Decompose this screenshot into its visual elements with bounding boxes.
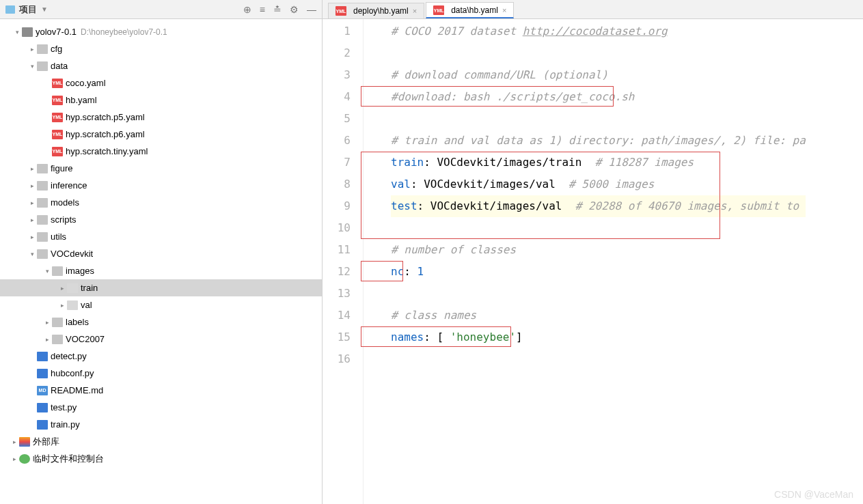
code-area[interactable]: # COCO 2017 dataset http://cocodataset.o…	[364, 19, 806, 504]
yaml-icon: YML	[52, 96, 63, 105]
tree-label: 外部库	[33, 436, 59, 448]
folder-icon	[37, 232, 48, 242]
chevron-right-icon[interactable]: ▸	[27, 165, 37, 172]
tree-row[interactable]: ▸YMLhb.yaml	[0, 92, 322, 109]
chevron-right-icon[interactable]: ▸	[42, 336, 52, 343]
tree-row[interactable]: ▸labels	[0, 313, 322, 331]
chevron-right-icon[interactable]: ▸	[42, 319, 52, 326]
collapse-icon[interactable]: ≛	[273, 4, 282, 15]
project-sidebar: 项目 ▼ ⊕ ≡ ≛ ⚙ — ▾yolov7-0.1D:\honeybee\yo…	[0, 0, 323, 504]
tree-row[interactable]: ▸外部库	[0, 433, 322, 450]
close-icon[interactable]: ×	[502, 6, 506, 14]
chevron-right-icon[interactable]: ▸	[27, 46, 37, 53]
code-line[interactable]: #download: bash ./scripts/get_coco.sh	[391, 86, 806, 108]
tree-label: coco.yaml	[66, 78, 106, 88]
code-line[interactable]	[391, 283, 806, 305]
code-line[interactable]	[391, 217, 806, 239]
code-line[interactable]: # download command/URL (optional)	[391, 64, 806, 86]
tree-row[interactable]: ▸YMLhyp.scratch.tiny.yaml	[0, 143, 322, 160]
tree-row[interactable]: ▸cfg	[0, 40, 322, 57]
code-line[interactable]	[391, 108, 806, 130]
line-number: 5	[323, 108, 351, 130]
code-line[interactable]: val: VOCdevkit/images/val # 5000 images	[391, 173, 806, 195]
code-line[interactable]: test: VOCdevkit/images/val # 20288 of 40…	[391, 195, 806, 217]
folder-icon	[52, 266, 63, 276]
line-number: 10	[323, 217, 351, 239]
chevron-right-icon[interactable]: ▸	[57, 302, 67, 309]
expand-icon[interactable]: ≡	[260, 4, 265, 15]
tree-row[interactable]: ▸val	[0, 296, 322, 313]
code-line[interactable]: # class names	[391, 305, 806, 326]
code-line[interactable]: # number of classes	[391, 239, 806, 261]
tree-label: scripts	[51, 214, 77, 225]
tree-row[interactable]: ▸YMLhyp.scratch.p5.yaml	[0, 109, 322, 126]
code-line[interactable]: # COCO 2017 dataset http://cocodataset.o…	[391, 20, 806, 42]
chevron-right-icon[interactable]: ▸	[27, 216, 37, 223]
tree-row[interactable]: ▸scripts	[0, 211, 322, 228]
chevron-down-icon[interactable]: ▾	[27, 63, 37, 70]
code-line[interactable]: names: [ 'honeybee']	[391, 326, 806, 348]
close-icon[interactable]: ×	[413, 7, 417, 15]
project-title: 项目	[19, 3, 37, 16]
gear-icon[interactable]: ⚙	[290, 4, 299, 15]
chevron-right-icon[interactable]: ▸	[27, 199, 37, 206]
tree-label: detect.py	[51, 351, 87, 361]
py-icon	[37, 403, 48, 412]
chevron-down-icon[interactable]: ▾	[42, 268, 52, 275]
tree-row[interactable]: ▸hubconf.py	[0, 365, 322, 382]
tree-label: val	[81, 300, 92, 310]
chevron-right-icon[interactable]: ▸	[27, 182, 37, 189]
code-line[interactable]	[391, 348, 806, 370]
hide-icon[interactable]: —	[307, 4, 316, 15]
editor-tabs: YMLdeploy\hb.yaml×YMLdata\hb.yaml×	[323, 0, 863, 19]
tree-row[interactable]: ▸MDREADME.md	[0, 382, 322, 399]
line-gutter: 12345678910111213141516	[323, 19, 364, 504]
file-tree[interactable]: ▾yolov7-0.1D:\honeybee\yolov7-0.1▸cfg▾da…	[0, 19, 322, 504]
tree-row[interactable]: ▸test.py	[0, 399, 322, 416]
code-line[interactable]: train: VOCdevkit/images/train # 118287 i…	[391, 152, 806, 173]
tree-row[interactable]: ▾images	[0, 262, 322, 279]
editor-tab[interactable]: YMLdata\hb.yaml×	[426, 2, 514, 18]
locate-icon[interactable]: ⊕	[243, 4, 251, 15]
tree-row[interactable]: ▸VOC2007	[0, 331, 322, 348]
project-header: 项目 ▼ ⊕ ≡ ≛ ⚙ —	[0, 0, 322, 19]
tree-row[interactable]: ▸YMLhyp.scratch.p6.yaml	[0, 126, 322, 143]
chevron-down-icon[interactable]: ▾	[12, 29, 22, 36]
code-line[interactable]: # train and val data as 1) directory: pa…	[391, 130, 806, 152]
chevron-right-icon[interactable]: ▸	[10, 438, 19, 445]
project-icon	[5, 5, 15, 14]
tree-label: test.py	[51, 402, 77, 412]
chevron-right-icon[interactable]: ▸	[27, 234, 37, 240]
tree-label: hubconf.py	[51, 368, 94, 378]
code-line[interactable]	[391, 42, 806, 64]
tree-row[interactable]: ▸figure	[0, 160, 322, 177]
tree-row[interactable]: ▸train.py	[0, 416, 322, 433]
code-line[interactable]: nc: 1	[391, 261, 806, 283]
tree-label: hyp.scratch.p5.yaml	[66, 112, 145, 122]
tree-row[interactable]: ▸inference	[0, 177, 322, 194]
tree-row[interactable]: ▸utils	[0, 228, 322, 245]
project-dropdown-icon[interactable]: ▼	[41, 5, 48, 13]
tree-row[interactable]: ▸train	[0, 279, 322, 296]
tree-row[interactable]: ▸models	[0, 194, 322, 211]
folder-icon	[37, 44, 48, 54]
tree-row[interactable]: ▾VOCdevkit	[0, 245, 322, 262]
chevron-right-icon[interactable]: ▸	[57, 285, 67, 292]
chevron-right-icon[interactable]: ▸	[10, 456, 19, 462]
line-number: 8	[323, 173, 351, 195]
tree-label: README.md	[51, 385, 103, 395]
tree-row[interactable]: ▾data	[0, 57, 322, 74]
lib-icon	[19, 437, 30, 447]
editor-tab[interactable]: YMLdeploy\hb.yaml×	[328, 3, 424, 18]
tree-row[interactable]: ▸YMLcoco.yaml	[0, 74, 322, 92]
tree-label: figure	[51, 163, 73, 173]
tree-label: train.py	[51, 419, 80, 430]
tree-row[interactable]: ▸detect.py	[0, 348, 322, 365]
tree-label: train	[81, 283, 98, 293]
tree-row[interactable]: ▸临时文件和控制台	[0, 450, 322, 467]
py-icon	[37, 369, 48, 378]
tree-label: cfg	[51, 44, 62, 54]
chevron-down-icon[interactable]: ▾	[27, 251, 37, 257]
tree-row[interactable]: ▾yolov7-0.1D:\honeybee\yolov7-0.1	[0, 23, 322, 40]
code-editor[interactable]: 12345678910111213141516 # COCO 2017 data…	[323, 19, 863, 504]
